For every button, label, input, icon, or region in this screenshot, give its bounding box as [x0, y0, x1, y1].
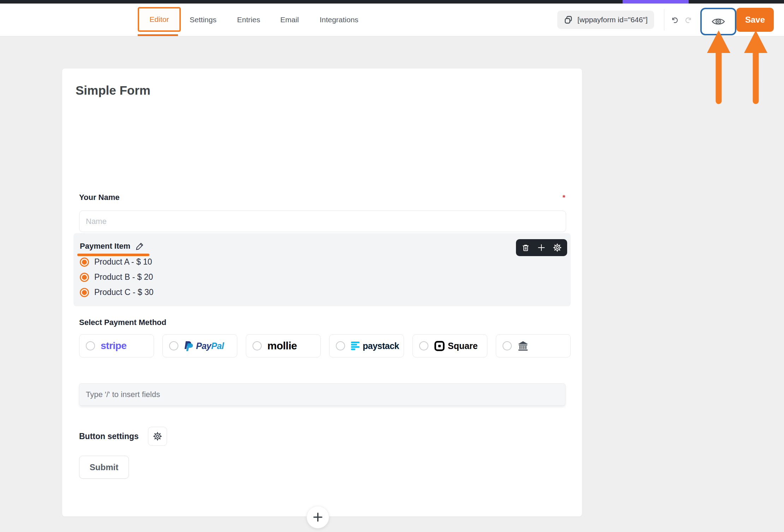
mollie-logo: mollie: [267, 340, 297, 352]
tab-integrations-label: Integrations: [320, 16, 358, 24]
insert-fields-placeholder: Type '/' to insert fields: [86, 390, 160, 399]
tab-settings-label: Settings: [190, 16, 216, 24]
method-offline-bank[interactable]: [496, 334, 571, 357]
radio-unselected-icon[interactable]: [253, 341, 262, 350]
name-input[interactable]: [79, 211, 566, 232]
paypal-wordmark: PayPal: [196, 341, 224, 351]
delete-field-button[interactable]: [522, 244, 530, 252]
submit-button-preview[interactable]: Submit: [79, 456, 129, 479]
name-field-label: Your Name: [79, 193, 120, 202]
method-square[interactable]: Square: [412, 334, 487, 357]
radio-unselected-icon[interactable]: [336, 341, 345, 350]
option-product-a-label: Product A - $ 10: [94, 257, 152, 267]
shortcode-copy-chip[interactable]: [wppayform id="646"]: [557, 11, 654, 29]
tab-settings[interactable]: Settings: [190, 4, 216, 36]
square-wordmark: Square: [448, 341, 478, 351]
plus-icon: [537, 243, 546, 252]
payment-item-label-row: Payment Item: [80, 242, 144, 251]
tab-email-label: Email: [280, 16, 299, 24]
preview-button[interactable]: [700, 8, 736, 35]
insert-fields-input[interactable]: Type '/' to insert fields: [79, 383, 565, 406]
redo-button[interactable]: [683, 14, 695, 26]
paystack-wordmark: paystack: [363, 341, 399, 351]
radio-unselected-icon[interactable]: [169, 341, 178, 350]
radio-unselected-icon[interactable]: [419, 341, 428, 350]
payment-item-section[interactable]: Payment Item Product A - $ 10 Product B …: [73, 233, 571, 306]
tab-editor-label: Editor: [150, 15, 169, 24]
button-settings-row: Button settings: [79, 427, 167, 446]
form-editor-card: Simple Form Your Name * Email Address * …: [62, 69, 582, 516]
stripe-logo: stripe: [101, 340, 126, 351]
payment-item-label: Payment Item: [80, 242, 130, 251]
editor-header: Editor Settings Entries Email Integratio…: [0, 4, 784, 36]
tab-editor[interactable]: Editor: [138, 7, 181, 32]
paypal-monogram-icon: [184, 341, 193, 351]
shortcode-text: [wppayform id="646"]: [577, 16, 648, 24]
radio-selected-icon[interactable]: [80, 288, 89, 297]
required-asterisk: *: [563, 193, 565, 202]
option-product-a[interactable]: Product A - $ 10: [80, 257, 153, 267]
add-new-field-button[interactable]: [307, 506, 329, 528]
button-settings-gear-button[interactable]: [148, 427, 167, 446]
gear-icon: [553, 243, 562, 252]
add-field-button[interactable]: [537, 243, 546, 252]
tab-entries-label: Entries: [237, 16, 260, 24]
wppayform-editor-page: Editor Settings Entries Email Integratio…: [0, 0, 784, 532]
square-logo-icon: [434, 341, 445, 351]
annotation-underline-payment-item: [77, 254, 149, 256]
method-paystack[interactable]: paystack: [329, 334, 404, 357]
payment-methods-row: stripe PayPal mollie: [79, 334, 571, 357]
tab-entries[interactable]: Entries: [237, 4, 260, 36]
name-field-label-row: Your Name *: [79, 193, 565, 202]
payment-item-options: Product A - $ 10 Product B - $ 20 Produc…: [80, 257, 153, 297]
field-settings-button[interactable]: [553, 243, 562, 252]
tab-integrations[interactable]: Integrations: [320, 4, 358, 36]
tab-email[interactable]: Email: [280, 4, 299, 36]
annotation-arrow-save: [743, 30, 769, 105]
eye-icon: [711, 16, 725, 27]
header-divider: [664, 9, 664, 30]
field-hover-toolbar: [516, 239, 567, 256]
undo-button[interactable]: [668, 14, 680, 26]
annotation-arrow-preview: [706, 30, 732, 105]
active-tab-underline: [138, 34, 178, 36]
save-button[interactable]: Save: [736, 8, 774, 32]
trash-icon: [522, 244, 530, 252]
gear-icon: [153, 432, 162, 441]
radio-selected-icon[interactable]: [80, 273, 89, 282]
paystack-bars-icon: [351, 341, 360, 351]
copy-icon: [564, 15, 573, 25]
radio-unselected-icon[interactable]: [86, 341, 95, 350]
undo-icon: [670, 15, 678, 25]
option-product-c[interactable]: Product C - $ 30: [80, 288, 153, 297]
radio-unselected-icon[interactable]: [503, 341, 512, 350]
plus-icon: [312, 512, 323, 523]
radio-selected-icon[interactable]: [80, 258, 89, 267]
edit-pencil-icon[interactable]: [135, 242, 144, 251]
browser-top-strip: [0, 0, 784, 4]
form-title: Simple Form: [76, 83, 150, 97]
method-stripe[interactable]: stripe: [79, 334, 154, 357]
option-product-c-label: Product C - $ 30: [94, 288, 153, 297]
method-paypal[interactable]: PayPal: [162, 334, 237, 357]
top-strip-purple-segment: [623, 0, 689, 4]
button-settings-label: Button settings: [79, 432, 139, 441]
option-product-b[interactable]: Product B - $ 20: [80, 272, 153, 282]
redo-icon: [685, 15, 693, 25]
method-mollie[interactable]: mollie: [246, 334, 321, 357]
bank-icon: [517, 341, 529, 351]
payment-method-label: Select Payment Method: [79, 318, 166, 327]
option-product-b-label: Product B - $ 20: [94, 272, 153, 282]
